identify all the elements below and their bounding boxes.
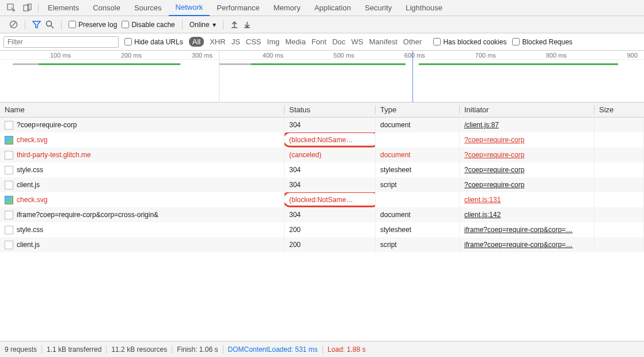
status-transferred: 1.1 kB transferred	[47, 345, 101, 354]
file-icon	[5, 121, 13, 130]
type-filter-img[interactable]: Img	[267, 37, 280, 46]
request-name: client.js	[17, 241, 40, 249]
file-icon	[5, 196, 13, 204]
request-size	[594, 117, 644, 132]
tab-sources[interactable]: Sources	[127, 0, 169, 16]
request-name: check.svg	[17, 136, 47, 144]
type-filter-all[interactable]: All	[189, 37, 204, 47]
tab-application[interactable]: Application	[308, 0, 358, 16]
type-filters: AllXHRJSCSSImgMediaFontDocWSManifestOthe…	[189, 37, 428, 46]
request-status: 200	[285, 222, 376, 237]
request-status: 304	[285, 162, 376, 177]
request-type: document	[376, 147, 460, 162]
request-name: style.css	[17, 226, 43, 234]
request-row[interactable]: check.svg(blocked:NotSame…client.js:131	[0, 192, 644, 207]
request-status: 304	[285, 117, 376, 132]
tab-elements[interactable]: Elements	[41, 0, 86, 16]
col-status[interactable]: Status	[285, 105, 376, 114]
request-size	[594, 237, 644, 252]
search-icon[interactable]	[46, 20, 54, 29]
request-name: client.js	[17, 181, 40, 189]
col-name[interactable]: Name	[0, 105, 285, 114]
request-initiator[interactable]: client.js:142	[460, 207, 594, 222]
type-filter-doc[interactable]: Doc	[332, 37, 346, 46]
requests-grid[interactable]: ?coep=require-corp304document/client.js:…	[0, 117, 644, 324]
upload-har-icon[interactable]	[230, 21, 238, 29]
chevron-down-icon: ▾	[213, 21, 216, 29]
file-icon	[5, 136, 13, 145]
tab-console[interactable]: Console	[86, 0, 127, 16]
hide-data-urls-checkbox[interactable]: Hide data URLs	[124, 38, 183, 46]
network-toolbar: Preserve log Disable cache Online ▾	[0, 16, 644, 33]
request-initiator[interactable]: ?coep=require-corp	[460, 177, 594, 192]
request-status: (canceled)	[285, 147, 376, 162]
status-requests: 9 requests	[5, 345, 37, 354]
file-icon	[5, 166, 13, 174]
request-initiator[interactable]: ?coep=require-corp	[460, 132, 594, 147]
download-har-icon[interactable]	[243, 21, 251, 29]
type-filter-xhr[interactable]: XHR	[210, 37, 225, 46]
request-row[interactable]: ?coep=require-corp304document/client.js:…	[0, 117, 644, 132]
type-filter-css[interactable]: CSS	[246, 37, 262, 46]
has-blocked-cookies-checkbox[interactable]: Has blocked cookies	[433, 38, 506, 46]
col-type[interactable]: Type	[376, 105, 460, 114]
request-row[interactable]: style.css200stylesheetiframe?coep=requir…	[0, 222, 644, 237]
throttling-select[interactable]: Online ▾	[190, 21, 217, 29]
request-type: document	[376, 117, 460, 132]
devtools-topbar: ElementsConsoleSourcesNetworkPerformance…	[0, 0, 644, 16]
inspect-icon[interactable]	[3, 1, 20, 15]
request-initiator[interactable]: ?coep=require-corp	[460, 147, 594, 162]
preserve-log-checkbox[interactable]: Preserve log	[69, 21, 117, 29]
status-finish: Finish: 1.06 s	[177, 345, 218, 354]
grid-header: Name Status Type Initiator Size	[0, 102, 644, 117]
request-size	[594, 192, 644, 207]
main-tabs: ElementsConsoleSourcesNetworkPerformance…	[41, 0, 449, 16]
request-initiator[interactable]: /client.js:87	[460, 117, 594, 132]
request-size	[594, 147, 644, 162]
type-filter-font[interactable]: Font	[312, 37, 327, 46]
request-type	[376, 132, 460, 147]
blocked-requests-checkbox[interactable]: Blocked Reques	[512, 38, 572, 46]
request-row[interactable]: client.js200scriptiframe?coep=require-co…	[0, 237, 644, 252]
clear-icon[interactable]	[9, 20, 18, 29]
request-size	[594, 207, 644, 222]
request-name: third-party-test.glitch.me	[17, 151, 91, 159]
request-row[interactable]: check.svg(blocked:NotSame…?coep=require-…	[0, 132, 644, 147]
type-filter-media[interactable]: Media	[285, 37, 305, 46]
device-toggle-icon[interactable]	[20, 1, 36, 15]
type-filter-manifest[interactable]: Manifest	[369, 37, 397, 46]
file-icon	[5, 226, 13, 234]
request-type: stylesheet	[376, 222, 460, 237]
request-status: (blocked:NotSame…	[285, 132, 376, 147]
disable-cache-checkbox[interactable]: Disable cache	[122, 21, 175, 29]
type-filter-js[interactable]: JS	[232, 37, 240, 46]
filter-icon[interactable]	[32, 20, 41, 29]
request-initiator[interactable]: ?coep=require-corp	[460, 162, 594, 177]
request-initiator[interactable]: iframe?coep=require-corp&corp=…	[460, 237, 594, 252]
timeline-overview[interactable]: 100 ms200 ms300 ms400 ms500 ms600 ms700 …	[0, 51, 644, 102]
request-type: script	[376, 177, 460, 192]
request-size	[594, 222, 644, 237]
request-initiator[interactable]: iframe?coep=require-corp&corp=…	[460, 222, 594, 237]
request-row[interactable]: style.css304stylesheet?coep=require-corp	[0, 162, 644, 177]
col-initiator[interactable]: Initiator	[460, 105, 594, 114]
tab-performance[interactable]: Performance	[210, 0, 266, 16]
type-filter-other[interactable]: Other	[403, 37, 422, 46]
tab-lighthouse[interactable]: Lighthouse	[399, 0, 449, 16]
request-size	[594, 132, 644, 147]
status-dcl: DOMContentLoaded: 531 ms	[228, 345, 318, 354]
request-row[interactable]: iframe?coep=require-corp&corp=cross-orig…	[0, 207, 644, 222]
request-row[interactable]: client.js304script?coep=require-corp	[0, 177, 644, 192]
status-bar: 9 requests 1.1 kB transferred 11.2 kB re…	[0, 341, 644, 357]
col-size[interactable]: Size	[594, 105, 644, 114]
file-icon	[5, 211, 13, 219]
type-filter-ws[interactable]: WS	[351, 37, 363, 46]
request-status: 200	[285, 237, 376, 252]
request-initiator[interactable]: client.js:131	[460, 192, 594, 207]
tab-security[interactable]: Security	[358, 0, 399, 16]
tab-memory[interactable]: Memory	[267, 0, 308, 16]
filter-input[interactable]	[3, 36, 119, 48]
request-size	[594, 177, 644, 192]
request-row[interactable]: third-party-test.glitch.me(canceled)docu…	[0, 147, 644, 162]
tab-network[interactable]: Network	[169, 0, 210, 16]
